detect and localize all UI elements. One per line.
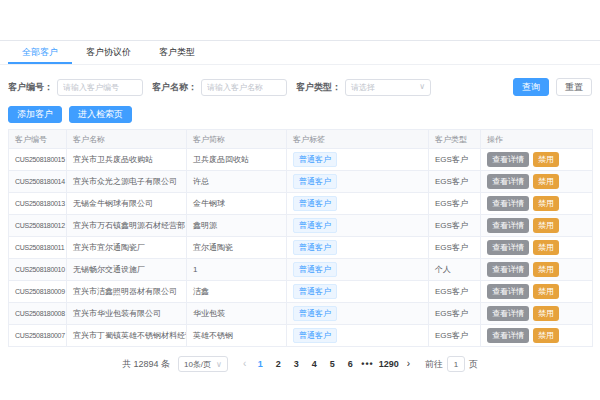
customer-name: 宜兴市丁蜀镇英雄不锈钢材料经营部 (67, 325, 187, 347)
page-size-select[interactable]: 10条/页 ∨ (178, 356, 228, 372)
add-customer-button[interactable]: 添加客户 (8, 106, 62, 123)
customer-type: EGS客户 (429, 193, 481, 215)
table-row: CUS2508180012宜兴市万石镇鑫明源石材经营部鑫明源普通客户EGS客户查… (9, 215, 593, 237)
customer-type: EGS客户 (429, 303, 481, 325)
customer-type: 个人 (429, 259, 481, 281)
column-header: 客户类型 (429, 130, 481, 149)
customer-tag-badge: 普通客户 (293, 262, 337, 277)
customer-tag-badge: 普通客户 (293, 306, 337, 321)
tab-bar: 全部客户客户协议价客户类型 (0, 41, 600, 65)
disable-button[interactable]: 禁用 (533, 328, 559, 343)
customer-tag-badge: 普通客户 (293, 196, 337, 211)
reset-button[interactable]: 重置 (556, 78, 592, 96)
customer-code: CUS2508180010 (9, 259, 67, 281)
customer-name: 无锡金牛钢球有限公司 (67, 193, 187, 215)
page-number-5[interactable]: 5 (323, 359, 341, 369)
customer-name: 无锡畅尔交通设施厂 (67, 259, 187, 281)
customer-code: CUS2508180009 (9, 281, 67, 303)
search-button[interactable]: 查询 (513, 78, 549, 96)
customer-type: EGS客户 (429, 237, 481, 259)
disable-button[interactable]: 禁用 (533, 262, 559, 277)
operations-cell: 查看详情禁用 (481, 303, 593, 325)
tab-2[interactable]: 客户类型 (145, 41, 209, 64)
customer-tag-cell: 普通客户 (287, 259, 429, 281)
customer-short-name: 卫兵废品回收站 (187, 149, 287, 171)
customer-code: CUS2508180015 (9, 149, 67, 171)
view-detail-button[interactable]: 查看详情 (487, 174, 529, 189)
filter-bar: 客户编号： 客户名称： 客户类型： 请选择 ∨ 查询 重置 (8, 78, 592, 96)
tab-0[interactable]: 全部客户 (8, 41, 72, 64)
customer-name-label: 客户名称： (152, 81, 197, 94)
operations-cell: 查看详情禁用 (481, 281, 593, 303)
table-row: CUS2508180015宜兴市卫兵废品收购站卫兵废品回收站普通客户EGS客户查… (9, 149, 593, 171)
customer-tag-badge: 普通客户 (293, 284, 337, 299)
view-detail-button[interactable]: 查看详情 (487, 218, 529, 233)
customer-tag-badge: 普通客户 (293, 152, 337, 167)
disable-button[interactable]: 禁用 (533, 284, 559, 299)
customer-tag-badge: 普通客户 (293, 240, 337, 255)
view-detail-button[interactable]: 查看详情 (487, 262, 529, 277)
customer-name: 宜兴市宜尔通陶瓷厂 (67, 237, 187, 259)
view-detail-button[interactable]: 查看详情 (487, 152, 529, 167)
disable-button[interactable]: 禁用 (533, 240, 559, 255)
customer-code: CUS2508180014 (9, 171, 67, 193)
goto-page-input[interactable] (447, 356, 465, 372)
customer-type-label: 客户类型： (296, 81, 341, 94)
disable-button[interactable]: 禁用 (533, 218, 559, 233)
page-number-1290[interactable]: 1290 (376, 359, 402, 369)
page-number-2[interactable]: 2 (269, 359, 287, 369)
customer-name: 宜兴市卫兵废品收购站 (67, 149, 187, 171)
customer-name-input[interactable] (201, 79, 287, 96)
pagination: 共 12894 条 10条/页 ∨ ‹ 123456•••1290 › 前往 页 (0, 356, 600, 372)
view-detail-button[interactable]: 查看详情 (487, 284, 529, 299)
enter-search-page-button[interactable]: 进入检索页 (69, 106, 132, 123)
customer-type-select[interactable]: 请选择 ∨ (345, 79, 431, 96)
more-pages-icon[interactable]: ••• (359, 359, 375, 369)
pagination-total: 共 12894 条 (122, 358, 170, 371)
column-header: 操作 (481, 130, 593, 149)
toolbar: 添加客户 进入检索页 (8, 106, 592, 123)
view-detail-button[interactable]: 查看详情 (487, 196, 529, 211)
customer-tag-cell: 普通客户 (287, 193, 429, 215)
customer-short-name: 宜尔通陶瓷 (187, 237, 287, 259)
operations-cell: 查看详情禁用 (481, 149, 593, 171)
customer-name: 宜兴市洁鑫照明器材有限公司 (67, 281, 187, 303)
disable-button[interactable]: 禁用 (533, 306, 559, 321)
customer-type: EGS客户 (429, 215, 481, 237)
customer-code-input[interactable] (57, 79, 143, 96)
chevron-down-icon: ∨ (419, 82, 425, 91)
table-header-row: 客户编号客户名称客户简称客户标签客户类型操作 (9, 130, 593, 149)
goto-label: 前往 (425, 358, 443, 371)
page-number-1[interactable]: 1 (251, 359, 269, 369)
prev-page-icon[interactable]: ‹ (243, 359, 246, 369)
operations-cell: 查看详情禁用 (481, 237, 593, 259)
tab-1[interactable]: 客户协议价 (72, 41, 145, 64)
customer-type: EGS客户 (429, 149, 481, 171)
page-number-4[interactable]: 4 (305, 359, 323, 369)
operations-cell: 查看详情禁用 (481, 259, 593, 281)
next-page-icon[interactable]: › (407, 359, 410, 369)
view-detail-button[interactable]: 查看详情 (487, 240, 529, 255)
customer-type-select-placeholder: 请选择 (351, 82, 375, 93)
disable-button[interactable]: 禁用 (533, 174, 559, 189)
customer-tag-cell: 普通客户 (287, 325, 429, 347)
page-number-list: 123456•••1290 (251, 359, 401, 369)
page-number-6[interactable]: 6 (341, 359, 359, 369)
table-body: CUS2508180015宜兴市卫兵废品收购站卫兵废品回收站普通客户EGS客户查… (9, 149, 593, 347)
disable-button[interactable]: 禁用 (533, 196, 559, 211)
column-header: 客户编号 (9, 130, 67, 149)
view-detail-button[interactable]: 查看详情 (487, 328, 529, 343)
customer-short-name: 华业包装 (187, 303, 287, 325)
page-number-3[interactable]: 3 (287, 359, 305, 369)
chevron-down-icon: ∨ (216, 360, 222, 369)
customer-tag-badge: 普通客户 (293, 328, 337, 343)
customer-table: 客户编号客户名称客户简称客户标签客户类型操作 CUS2508180015宜兴市卫… (8, 129, 593, 347)
customer-name: 宜兴市万石镇鑫明源石材经营部 (67, 215, 187, 237)
disable-button[interactable]: 禁用 (533, 152, 559, 167)
customer-type: EGS客户 (429, 325, 481, 347)
content-card: 全部客户客户协议价客户类型 客户编号： 客户名称： 客户类型： 请选择 ∨ 查询… (0, 40, 600, 372)
table-row: CUS2508180014宜兴市众光之源电子有限公司许总普通客户EGS客户查看详… (9, 171, 593, 193)
view-detail-button[interactable]: 查看详情 (487, 306, 529, 321)
table-row: CUS2508180009宜兴市洁鑫照明器材有限公司洁鑫普通客户EGS客户查看详… (9, 281, 593, 303)
customer-tag-badge: 普通客户 (293, 218, 337, 233)
